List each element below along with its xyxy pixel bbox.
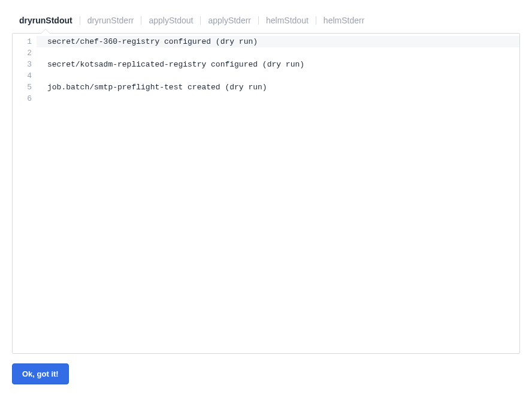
tab-bar: dryrunStdoutdryrunStderrapplyStdoutapply… — [12, 12, 520, 29]
output-editor: 123456 secret/chef-360-registry configur… — [12, 33, 520, 354]
tab-applyStdout[interactable]: applyStdout — [141, 12, 200, 29]
code-line: secret/chef-360-registry configured (dry… — [37, 36, 519, 47]
tab-dryrunStderr[interactable]: dryrunStderr — [80, 12, 141, 29]
line-number: 5 — [13, 82, 32, 93]
line-number: 2 — [13, 47, 32, 59]
code-line: secret/kotsadm-replicated-registry confi… — [37, 59, 519, 70]
code-line — [37, 70, 519, 82]
footer: Ok, got it! — [12, 363, 520, 384]
code-area[interactable]: secret/chef-360-registry configured (dry… — [37, 34, 519, 353]
line-number: 3 — [13, 59, 32, 70]
tab-helmStderr[interactable]: helmStderr — [316, 12, 371, 29]
code-line: job.batch/smtp-preflight-test created (d… — [37, 82, 519, 93]
tab-dryrunStdout[interactable]: dryrunStdout — [12, 12, 80, 29]
line-number: 6 — [13, 93, 32, 104]
tab-applyStderr[interactable]: applyStderr — [201, 12, 258, 29]
code-line — [37, 93, 519, 104]
ok-button[interactable]: Ok, got it! — [12, 363, 69, 384]
line-number-gutter: 123456 — [13, 34, 37, 353]
line-number: 1 — [13, 36, 32, 47]
line-number: 4 — [13, 70, 32, 82]
tab-helmStdout[interactable]: helmStdout — [259, 12, 316, 29]
code-line — [37, 47, 519, 59]
